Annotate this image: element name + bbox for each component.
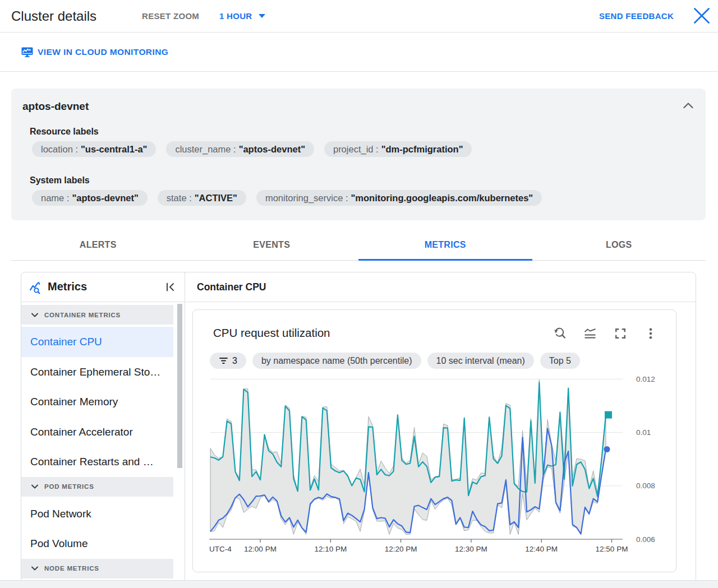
label-key: monitoring_service : (265, 193, 348, 203)
fullscreen-icon (614, 327, 627, 340)
zoom-reset-button[interactable] (553, 327, 567, 340)
view-in-cloud-monitoring-label: VIEW IN CLOUD MONITORING (38, 47, 168, 57)
fullscreen-button[interactable] (614, 327, 627, 340)
close-button[interactable] (693, 8, 710, 25)
label-key: location : (41, 144, 78, 155)
x-axis-label: 12:30 PM (455, 545, 487, 553)
filter-chip-label: by namespace name (50th percentile) (261, 356, 412, 366)
close-icon (694, 8, 710, 24)
y-axis-label: 0.008 (636, 481, 655, 490)
metric-item[interactable]: Pod Volume (21, 529, 173, 559)
metric-item[interactable]: Container CPU (21, 327, 173, 357)
label-value: "us-central1-a" (81, 144, 147, 155)
label-key: state : (167, 193, 192, 203)
cpu-utilization-chart: 0.0120.010.0080.00612:00 PM12:10 PM12:20… (193, 371, 677, 567)
metric-item[interactable]: Container Restarts and … (21, 447, 173, 477)
tab-events[interactable]: EVENTS (185, 235, 359, 260)
resource-labels-title: Resource labels (30, 127, 99, 137)
chevron-down-icon (30, 563, 40, 573)
page-background-strip (0, 580, 718, 588)
cluster-name: aptos-devnet (22, 100, 89, 113)
reset-zoom-button[interactable]: RESET ZOOM (142, 11, 199, 21)
x-axis-label: 12:50 PM (596, 545, 628, 553)
label-chip: cluster_name :"aptos-devnet" (166, 141, 314, 157)
filter-chip[interactable]: by namespace name (50th percentile) (252, 353, 421, 369)
metric-item[interactable]: Pod Network (21, 499, 173, 529)
chart-type-button[interactable] (583, 327, 597, 340)
system-labels-row: name :"aptos-devnet"state :"ACTIVE"monit… (32, 190, 542, 206)
metric-section-header[interactable]: CONTAINER METRICS (21, 305, 173, 325)
system-labels-title: System labels (30, 175, 90, 186)
label-chip: monitoring_service :"monitoring.googleap… (256, 190, 542, 206)
x-axis-label: 12:40 PM (525, 545, 558, 553)
metrics-sidebar: Metrics CONTAINER METRICSContainer CPUCo… (21, 272, 185, 585)
chart-card: CPU request utilization (192, 309, 676, 572)
filter-list-icon (219, 356, 228, 365)
more-options-button[interactable] (644, 327, 657, 340)
tab-metrics[interactable]: METRICS (358, 235, 532, 260)
resource-labels-row: location :"us-central1-a"cluster_name :"… (32, 141, 472, 157)
tab-alerts[interactable]: ALERTS (11, 235, 185, 260)
three-dot-menu-icon (644, 327, 657, 340)
label-chip: project_id :"dm-pcfmigration" (324, 141, 472, 157)
metric-item[interactable]: Container Ephemeral Sto… (21, 357, 173, 387)
label-value: "dm-pcfmigration" (381, 144, 463, 155)
send-feedback-button[interactable]: SEND FEEDBACK (599, 11, 674, 21)
chart-area-header: Container CPU (186, 272, 696, 302)
label-chip: location :"us-central1-a" (32, 141, 156, 157)
label-value: "ACTIVE" (195, 193, 237, 203)
chart-group-title: Container CPU (197, 281, 266, 293)
metrics-explorer-panel: Metrics CONTAINER METRICSContainer CPUCo… (21, 272, 696, 586)
filter-chip-label: 3 (232, 356, 237, 366)
metric-section-header[interactable]: POD METRICS (21, 477, 173, 497)
time-range-label: 1 HOUR (219, 11, 252, 21)
teal-end-marker (605, 411, 612, 419)
filter-chip[interactable]: 10 sec interval (mean) (427, 353, 534, 369)
chevron-down-icon (30, 310, 40, 320)
metric-section-label: POD METRICS (44, 483, 94, 490)
y-axis-label: 0.006 (636, 535, 655, 544)
y-axis-label: 0.012 (636, 375, 655, 383)
chart-toolbar (553, 327, 657, 340)
sidebar-scrollbar[interactable] (177, 304, 182, 468)
filter-chip-label: 10 sec interval (mean) (436, 356, 525, 366)
collapse-sidebar-button[interactable] (164, 281, 177, 294)
label-key: project_id : (333, 144, 379, 155)
chart-area: Container CPU CPU request utilization (186, 272, 696, 585)
view-in-cloud-monitoring-link[interactable]: VIEW IN CLOUD MONITORING (21, 47, 168, 57)
label-value: "monitoring.googleapis.com/kubernetes" (351, 193, 533, 203)
metric-section-label: NODE METRICS (44, 565, 99, 572)
x-axis-label: 12:20 PM (385, 545, 417, 553)
label-value: "aptos-devnet" (239, 144, 305, 155)
x-axis-label: 12:10 PM (314, 545, 347, 553)
time-range-dropdown[interactable]: 1 HOUR (219, 11, 265, 21)
metric-item[interactable]: Container Accelerator (21, 417, 173, 447)
collapse-card-button[interactable] (682, 100, 694, 112)
timezone-label: UTC-4 (209, 545, 232, 553)
metric-list: CONTAINER METRICSContainer CPUContainer … (21, 303, 185, 585)
metric-section-label: CONTAINER METRICS (44, 312, 121, 318)
metric-item[interactable]: Container Memory (21, 387, 173, 417)
tab-logs[interactable]: LOGS (532, 235, 706, 260)
label-value: "aptos-devnet" (72, 193, 138, 203)
tab-bar: ALERTSEVENTSMETRICSLOGS (11, 235, 706, 261)
resource-summary-card: aptos-devnet Resource labels location :"… (11, 89, 706, 220)
chart-title: CPU request utilization (213, 326, 330, 340)
metrics-panel-title: Metrics (48, 280, 87, 293)
page-title: Cluster details (11, 8, 96, 24)
filter-chip-label: Top 5 (549, 356, 571, 366)
collapse-panel-icon (165, 281, 176, 293)
chevron-down-icon (30, 481, 40, 492)
x-axis-label: 12:00 PM (244, 545, 277, 553)
caret-down-icon (259, 14, 265, 18)
cloud-monitoring-icon (21, 47, 33, 57)
area-chart-icon (583, 327, 597, 340)
label-chip: name :"aptos-devnet" (32, 190, 148, 206)
filter-count-chip[interactable]: 3 (210, 353, 246, 369)
sub-bar: VIEW IN CLOUD MONITORING (0, 33, 718, 72)
minmax-band (210, 379, 606, 535)
label-key: name : (41, 193, 69, 203)
chevron-up-icon (682, 100, 694, 112)
metric-section-header[interactable]: NODE METRICS (21, 559, 173, 578)
filter-chip[interactable]: Top 5 (540, 353, 580, 369)
